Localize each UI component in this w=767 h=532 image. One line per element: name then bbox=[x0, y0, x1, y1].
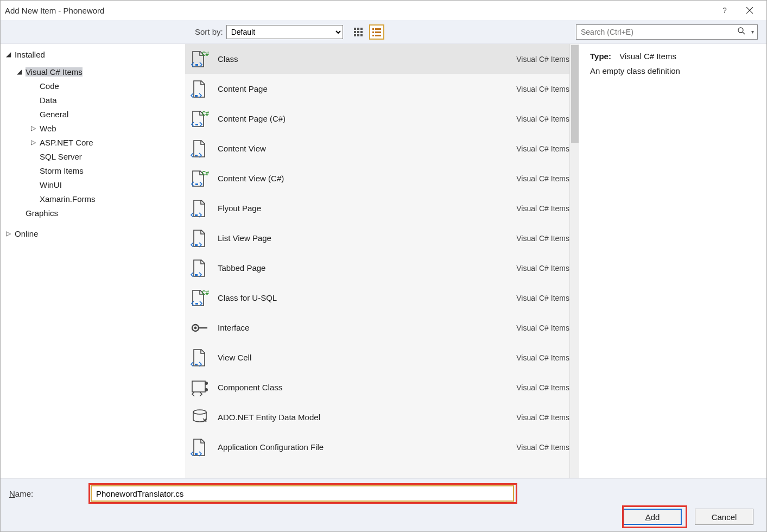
search-dropdown[interactable]: ▾ bbox=[750, 29, 757, 35]
template-row[interactable]: Content ViewVisual C# Items bbox=[185, 134, 579, 163]
cancel-button[interactable]: Cancel bbox=[695, 509, 753, 525]
svg-rect-21 bbox=[195, 95, 198, 97]
tree-item-label: SQL Server bbox=[40, 152, 82, 161]
chevron-right-icon: ▷ bbox=[6, 230, 15, 237]
doc-icon bbox=[188, 346, 211, 369]
tree-item-label: Code bbox=[40, 81, 59, 91]
search-box[interactable]: ▾ bbox=[576, 24, 758, 40]
template-row[interactable]: View CellVisual C# Items bbox=[185, 343, 579, 372]
template-row[interactable]: List View PageVisual C# Items bbox=[185, 223, 579, 253]
view-list-button[interactable] bbox=[369, 24, 384, 40]
svg-rect-27 bbox=[195, 214, 198, 216]
close-button[interactable] bbox=[737, 1, 762, 20]
tree-item[interactable]: Xamarin.Forms bbox=[6, 192, 180, 206]
help-button[interactable]: ? bbox=[712, 1, 737, 20]
template-name: Content Page (C#) bbox=[218, 114, 516, 123]
template-row[interactable]: Component ClassVisual C# Items bbox=[185, 372, 579, 402]
template-row[interactable]: InterfaceVisual C# Items bbox=[185, 313, 579, 343]
tree-item[interactable]: Data bbox=[6, 93, 180, 107]
view-grid-button[interactable] bbox=[351, 24, 366, 40]
csharp-icon: C# bbox=[188, 107, 211, 130]
template-list-scroll[interactable]: C# ClassVisual C# Items Content PageVisu… bbox=[185, 44, 579, 478]
tree-item-label: Xamarin.Forms bbox=[40, 194, 96, 204]
tree-item[interactable]: ▷Web bbox=[6, 121, 180, 135]
svg-rect-40 bbox=[195, 453, 198, 455]
svg-text:C#: C# bbox=[202, 170, 209, 176]
template-name: Content Page bbox=[218, 84, 516, 93]
svg-line-18 bbox=[743, 32, 745, 34]
search-icon[interactable] bbox=[733, 27, 750, 36]
tree-item[interactable]: WinUI bbox=[6, 178, 180, 192]
component-icon bbox=[188, 376, 211, 399]
template-row[interactable]: C# Content View (C#)Visual C# Items bbox=[185, 163, 579, 193]
svg-rect-7 bbox=[360, 31, 363, 33]
chevron-down-icon: ◢ bbox=[6, 50, 15, 58]
svg-rect-4 bbox=[360, 28, 363, 30]
template-name: Application Configuration File bbox=[218, 442, 516, 452]
template-category: Visual C# Items bbox=[516, 234, 569, 243]
svg-rect-9 bbox=[357, 34, 359, 36]
template-row[interactable]: C# Content Page (C#)Visual C# Items bbox=[185, 104, 579, 134]
tree-item-label: Storm Items bbox=[40, 166, 84, 175]
doc-icon bbox=[188, 227, 211, 250]
footer: Name: Add Cancel bbox=[1, 478, 766, 532]
template-row[interactable]: Tabbed PageVisual C# Items bbox=[185, 253, 579, 283]
tree-online[interactable]: ▷ Online bbox=[6, 226, 180, 240]
tree-visual-csharp-items[interactable]: ◢ Visual C# Items bbox=[6, 65, 180, 79]
doc-icon bbox=[188, 78, 211, 100]
template-name: Class bbox=[218, 54, 516, 64]
svg-rect-16 bbox=[375, 35, 381, 36]
csharp-icon: C# bbox=[188, 287, 211, 309]
search-input[interactable] bbox=[576, 28, 733, 36]
template-row[interactable]: Application Configuration FileVisual C# … bbox=[185, 432, 579, 462]
template-row[interactable]: ADO.NET Entity Data ModelVisual C# Items bbox=[185, 402, 579, 432]
template-category: Visual C# Items bbox=[516, 383, 569, 392]
template-category: Visual C# Items bbox=[516, 115, 569, 123]
template-name: Tabbed Page bbox=[218, 263, 516, 273]
svg-rect-29 bbox=[195, 274, 198, 276]
tree-item-label: WinUI bbox=[40, 180, 62, 189]
tree-graphics[interactable]: Graphics bbox=[6, 206, 180, 220]
template-name: Content View (C#) bbox=[218, 174, 516, 183]
sort-by-select[interactable]: Default bbox=[226, 25, 343, 39]
svg-rect-10 bbox=[360, 34, 363, 36]
tree-item[interactable]: ▷ASP.NET Core bbox=[6, 135, 180, 149]
template-row[interactable]: Flyout PageVisual C# Items bbox=[185, 193, 579, 223]
template-row[interactable]: C# ClassVisual C# Items bbox=[185, 44, 579, 74]
svg-rect-3 bbox=[357, 28, 359, 30]
svg-rect-2 bbox=[354, 28, 356, 30]
tree-installed[interactable]: ◢ Installed bbox=[6, 47, 180, 61]
template-category: Visual C# Items bbox=[516, 294, 569, 302]
template-category: Visual C# Items bbox=[516, 144, 569, 153]
csharp-icon: C# bbox=[188, 167, 211, 190]
svg-point-17 bbox=[738, 28, 743, 33]
chevron-right-icon: ▷ bbox=[31, 124, 40, 132]
svg-rect-14 bbox=[375, 31, 381, 33]
scrollbar-thumb[interactable] bbox=[571, 45, 579, 143]
svg-text:C#: C# bbox=[202, 51, 209, 57]
template-name: List View Page bbox=[218, 233, 516, 243]
tree-item[interactable]: Code bbox=[6, 79, 180, 93]
svg-text:C#: C# bbox=[202, 111, 209, 117]
svg-rect-28 bbox=[195, 244, 198, 246]
template-row[interactable]: C# Class for U-SQLVisual C# Items bbox=[185, 283, 579, 313]
toolbar: Sort by: Default ▾ bbox=[1, 20, 766, 44]
list-icon bbox=[372, 27, 382, 37]
sort-by-label: Sort by: bbox=[195, 27, 223, 36]
template-name: Content View bbox=[218, 144, 516, 153]
template-name: ADO.NET Entity Data Model bbox=[218, 413, 516, 422]
tree-item-label: General bbox=[40, 110, 68, 119]
template-row[interactable]: Content PageVisual C# Items bbox=[185, 74, 579, 104]
template-list-scrollbar[interactable] bbox=[569, 44, 579, 478]
close-icon bbox=[746, 7, 753, 14]
tree-item[interactable]: SQL Server bbox=[6, 149, 180, 163]
svg-rect-15 bbox=[372, 35, 374, 36]
template-category: Visual C# Items bbox=[516, 55, 569, 64]
svg-rect-6 bbox=[357, 31, 359, 33]
entity-icon bbox=[188, 406, 211, 429]
tree-item[interactable]: General bbox=[6, 107, 180, 121]
template-name: Class for U-SQL bbox=[218, 293, 516, 302]
name-label: Name: bbox=[9, 489, 91, 498]
template-category: Visual C# Items bbox=[516, 413, 569, 422]
tree-item[interactable]: Storm Items bbox=[6, 163, 180, 178]
